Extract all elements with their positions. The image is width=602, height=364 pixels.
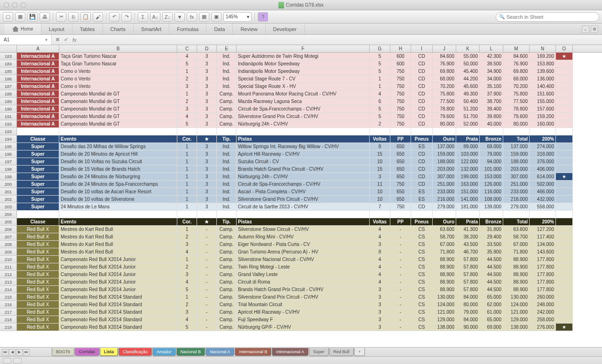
row-header[interactable]: 215 — [0, 293, 17, 301]
cell[interactable]: 140.400 — [530, 83, 556, 90]
row-header[interactable]: 211 — [0, 263, 17, 271]
cell[interactable]: 2 — [370, 120, 390, 128]
cell[interactable]: 88.900 — [433, 286, 456, 293]
cell[interactable]: Red Bull X — [17, 248, 59, 256]
cell[interactable]: CS — [411, 271, 433, 278]
cell[interactable]: 4 — [370, 278, 390, 286]
ribbon-tab-layout[interactable]: Layout — [41, 24, 72, 34]
cell[interactable]: 4 — [370, 226, 390, 233]
cell[interactable]: Circuit de Spa-Francorchamps - CV/HV — [237, 181, 370, 188]
cell[interactable]: Desafio de 10 Voltas no Suzuka Circuit — [59, 158, 177, 166]
sheet-tab[interactable]: Red Bull — [329, 348, 354, 356]
cell[interactable]: Ind. — [217, 166, 237, 173]
cell[interactable]: CS — [411, 241, 433, 248]
cell[interactable]: 650 — [390, 166, 411, 173]
cell[interactable]: 103.000 — [456, 150, 480, 158]
cell[interactable] — [556, 263, 573, 271]
sheet-tab[interactable]: Classificação — [119, 348, 152, 356]
cell[interactable] — [433, 211, 456, 218]
cell[interactable]: Nürburgrig GP/F - CV/HV — [237, 324, 370, 331]
cell[interactable]: 130.000 — [503, 293, 530, 301]
cell[interactable]: CD — [411, 173, 433, 181]
cell[interactable]: Camp. — [217, 98, 237, 105]
cell[interactable]: 3 — [197, 113, 217, 120]
cell[interactable]: 50.400 — [456, 98, 480, 105]
add-sheet-button[interactable]: + — [354, 348, 365, 356]
cell[interactable] — [456, 128, 480, 135]
cell[interactable]: Prata — [456, 135, 480, 143]
cell[interactable]: Ind. — [217, 75, 237, 83]
cell[interactable] — [556, 248, 573, 256]
cell[interactable]: Desafio de 24 Minutos de Nürburgring — [59, 173, 177, 181]
cell[interactable]: Desafio de 10 voltas de Ascari Race Reso… — [59, 188, 177, 196]
cell[interactable]: Camp. — [217, 226, 237, 233]
row-header[interactable]: 184 — [0, 60, 17, 68]
cell[interactable]: Bronze — [480, 135, 503, 143]
cell[interactable]: 44.200 — [456, 75, 480, 83]
cell[interactable] — [556, 158, 573, 166]
cell[interactable]: Total — [503, 218, 530, 226]
cell[interactable]: 199.000 — [456, 173, 480, 181]
cell[interactable]: 3 — [197, 68, 217, 75]
cell[interactable]: ★ — [556, 53, 573, 60]
cell[interactable]: 5 — [177, 324, 197, 331]
cell[interactable]: 130.000 — [433, 293, 456, 301]
cell[interactable]: Camp. — [217, 120, 237, 128]
cell[interactable]: 502.000 — [530, 181, 556, 188]
cell[interactable]: CS — [411, 233, 433, 241]
cell[interactable]: 10 — [370, 158, 390, 166]
cell[interactable]: 159.000 — [503, 150, 530, 158]
column-header-O[interactable]: O — [556, 45, 573, 52]
cell[interactable]: 84.600 — [503, 53, 530, 60]
cell[interactable] — [237, 128, 370, 135]
cell[interactable]: 50.000 — [456, 60, 480, 68]
toolbox-button[interactable]: ▣ — [211, 12, 222, 22]
cell[interactable]: 200% — [530, 135, 556, 143]
cell[interactable]: 57.800 — [456, 271, 480, 278]
column-header-B[interactable]: B — [59, 45, 177, 52]
cell[interactable]: 279.000 — [433, 203, 456, 211]
cell[interactable]: - — [390, 263, 411, 271]
row-header[interactable]: 218 — [0, 316, 17, 324]
cell[interactable]: 69.800 — [503, 68, 530, 75]
cell[interactable]: Red Bull X — [17, 233, 59, 241]
row-header[interactable]: 188 — [0, 90, 17, 98]
cell[interactable]: Mestres do Kart Red Bull — [59, 233, 177, 241]
cell[interactable]: Voltas — [370, 135, 390, 143]
row-header[interactable]: 203 — [0, 203, 17, 211]
cell[interactable]: 62.000 — [480, 301, 503, 309]
cell[interactable]: 129.000 — [433, 316, 456, 324]
cell[interactable]: 6 — [370, 98, 390, 105]
cell[interactable]: ★ — [197, 135, 217, 143]
cell[interactable]: 61.000 — [480, 309, 503, 316]
cell[interactable]: 3 — [177, 105, 197, 113]
cell[interactable]: 141.000 — [456, 196, 480, 203]
view-normal-button[interactable] — [3, 358, 11, 364]
cell[interactable]: CD — [411, 120, 433, 128]
copy-button[interactable]: ⎘ — [68, 12, 79, 22]
cell[interactable]: 157.600 — [530, 105, 556, 113]
row-header[interactable]: 201 — [0, 188, 17, 196]
cell[interactable]: 3 — [197, 143, 217, 150]
cell[interactable]: - — [390, 309, 411, 316]
cell[interactable]: 750 — [390, 181, 411, 188]
cell[interactable]: - — [197, 263, 217, 271]
cell[interactable] — [59, 128, 177, 135]
cell[interactable]: 1 — [177, 196, 197, 203]
cell[interactable]: 8 — [370, 143, 390, 150]
sheet-tab[interactable]: BDGT6 — [52, 348, 74, 356]
show-hide-button[interactable]: ▦ — [199, 12, 209, 22]
cell[interactable]: Mazda Raceway Laguna Seca — [237, 98, 370, 105]
cell[interactable]: CD — [411, 60, 433, 68]
cell[interactable]: CD — [411, 105, 433, 113]
cell[interactable]: 177.800 — [530, 271, 556, 278]
cell[interactable]: Camp. — [217, 316, 237, 324]
cell[interactable]: Circuit de la Sarthe 2013 - CV/HV — [237, 203, 370, 211]
cell[interactable]: ES — [411, 143, 433, 150]
cell[interactable]: 376.000 — [530, 158, 556, 166]
cell[interactable]: Ind. — [217, 196, 237, 203]
cell[interactable]: 3 — [197, 173, 217, 181]
cell[interactable]: - — [390, 324, 411, 331]
filter-button[interactable]: ▼ — [174, 12, 185, 22]
cell[interactable]: Ind. — [217, 68, 237, 75]
